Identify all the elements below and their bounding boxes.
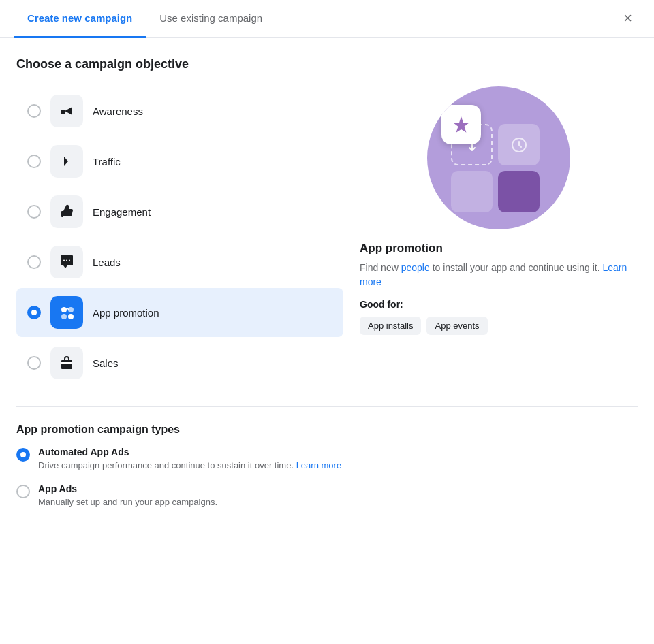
sales-icon (50, 347, 83, 379)
leads-icon (50, 246, 83, 278)
svg-rect-0 (61, 110, 65, 114)
awareness-label: Awareness (93, 106, 143, 117)
automated-desc-text: Drive campaign performance and continue … (38, 460, 296, 470)
app-promotion-icon (50, 296, 83, 329)
desc-before-link: Find new (360, 262, 401, 273)
automated-learn-more[interactable]: Learn more (296, 460, 341, 470)
objective-app-promotion[interactable]: App promotion (16, 288, 343, 337)
objective-sales[interactable]: Sales (16, 338, 343, 387)
sales-label: Sales (93, 357, 119, 369)
objective-awareness[interactable]: Awareness (16, 86, 343, 135)
campaign-types-section: App promotion campaign types Automated A… (16, 406, 638, 519)
desc-after-link: to install your app and continue using i… (430, 262, 603, 273)
campaign-types-title: App promotion campaign types (16, 423, 638, 436)
campaign-type-automated[interactable]: Automated App Ads Drive campaign perform… (16, 447, 638, 472)
svg-point-3 (69, 260, 70, 261)
close-button[interactable]: × (615, 5, 640, 31)
leads-label: Leads (93, 257, 121, 268)
app-ads-desc: Manually set up and run your app campaig… (38, 496, 217, 509)
good-for-tags: App installs App events (360, 317, 488, 335)
engagement-icon (50, 195, 83, 228)
selected-obj-desc: Find new people to install your app and … (360, 261, 638, 289)
svg-rect-9 (61, 362, 72, 364)
good-for-title: Good for: (360, 299, 403, 310)
section-title: Choose a campaign objective (16, 57, 638, 71)
objectives-list: Awareness Traffic (16, 86, 343, 387)
tab-use-existing[interactable]: Use existing campaign (146, 0, 276, 38)
objective-traffic[interactable]: Traffic (16, 137, 343, 186)
tabs-bar: Create new campaign Use existing campaig… (0, 0, 654, 38)
selected-obj-title: App promotion (360, 242, 443, 255)
svg-point-1 (63, 260, 65, 261)
radio-app-ads[interactable] (16, 485, 30, 498)
right-panel: App promotion Find new people to install… (343, 86, 638, 387)
app-ads-text: App Ads Manually set up and run your app… (38, 483, 217, 509)
app-promotion-label: App promotion (93, 307, 159, 319)
radio-traffic[interactable] (27, 155, 41, 168)
people-link[interactable]: people (401, 262, 430, 273)
app-ads-title: App Ads (38, 483, 217, 494)
svg-rect-8 (61, 360, 72, 369)
automated-desc: Drive campaign performance and continue … (38, 459, 341, 472)
awareness-icon (50, 95, 83, 127)
radio-automated[interactable] (16, 448, 30, 462)
app-promotion-illustration (427, 86, 570, 229)
main-content: Choose a campaign objective Awareness (0, 38, 654, 536)
automated-title: Automated App Ads (38, 447, 341, 457)
radio-awareness[interactable] (27, 104, 41, 118)
radio-sales[interactable] (27, 356, 41, 370)
traffic-label: Traffic (93, 156, 121, 167)
campaign-type-app-ads[interactable]: App Ads Manually set up and run your app… (16, 483, 638, 509)
objectives-row: Awareness Traffic (16, 86, 638, 387)
automated-text: Automated App Ads Drive campaign perform… (38, 447, 341, 472)
tag-app-installs: App installs (360, 317, 421, 335)
svg-point-7 (68, 314, 74, 319)
traffic-icon (50, 145, 83, 178)
tab-create-new[interactable]: Create new campaign (14, 0, 146, 38)
tag-app-events: App events (426, 317, 487, 335)
radio-leads[interactable] (27, 255, 41, 269)
objective-engagement[interactable]: Engagement (16, 187, 343, 236)
engagement-label: Engagement (93, 206, 151, 218)
radio-engagement[interactable] (27, 205, 41, 219)
objective-leads[interactable]: Leads (16, 238, 343, 287)
svg-point-4 (61, 307, 67, 312)
radio-app-promotion[interactable] (27, 306, 41, 319)
svg-point-6 (61, 314, 67, 319)
svg-point-2 (66, 260, 67, 261)
svg-point-5 (68, 307, 74, 312)
